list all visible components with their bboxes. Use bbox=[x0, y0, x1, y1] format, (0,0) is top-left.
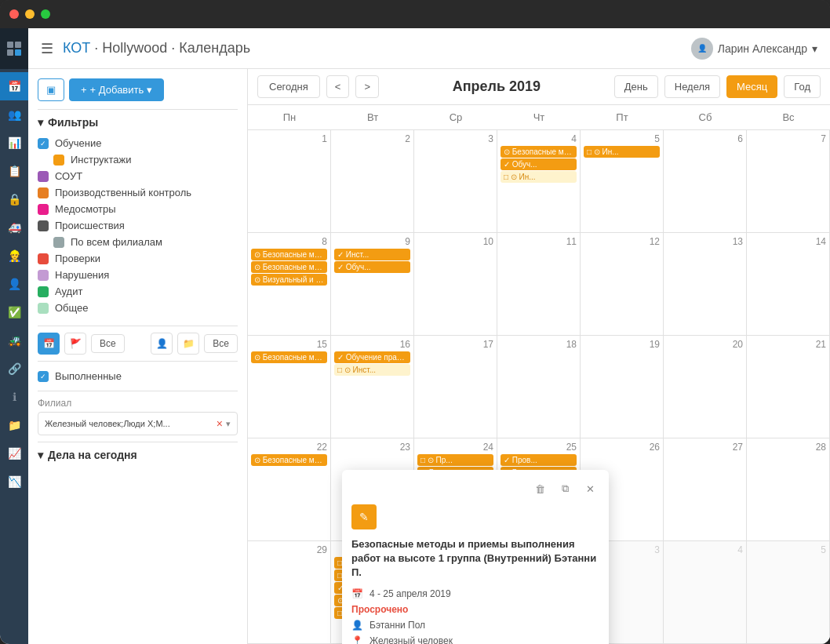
cell-apr-1[interactable]: 1 bbox=[248, 130, 331, 232]
cell-apr-13[interactable]: 13 bbox=[664, 233, 747, 335]
cb-sout[interactable] bbox=[38, 171, 49, 182]
filter-incidents[interactable]: Происшествия bbox=[38, 217, 238, 234]
clear-filial-icon[interactable]: × bbox=[217, 417, 223, 430]
cell-apr-18[interactable]: 18 bbox=[497, 336, 581, 438]
filter-violations[interactable]: Нарушения bbox=[38, 267, 238, 283]
nav-info[interactable]: ℹ bbox=[0, 383, 28, 411]
cb-training[interactable]: ✓ bbox=[38, 138, 49, 149]
nav-link[interactable]: 🔗 bbox=[0, 355, 28, 383]
event[interactable]: ⊙ Визуальный и и... bbox=[251, 274, 327, 286]
minimize-dot[interactable] bbox=[25, 9, 35, 19]
cell-apr-11[interactable]: 11 bbox=[497, 233, 581, 335]
close-dot[interactable] bbox=[9, 9, 19, 19]
nav-calendar[interactable]: 📅 bbox=[0, 72, 28, 100]
cell-apr-12[interactable]: 12 bbox=[581, 233, 664, 335]
cb-production[interactable] bbox=[38, 187, 49, 198]
next-button[interactable]: > bbox=[355, 75, 379, 98]
event[interactable]: ✓ Инст... bbox=[334, 249, 410, 260]
cb-general[interactable] bbox=[38, 303, 49, 314]
nav-check[interactable]: ✅ bbox=[0, 298, 28, 326]
cell-apr-5[interactable]: 5 □ ⊙ Ин... bbox=[581, 130, 664, 232]
cell-apr-15[interactable]: 15 ⊙ Безопасные методы... bbox=[248, 336, 331, 438]
cell-apr-6[interactable]: 6 bbox=[664, 130, 747, 232]
person-filter-icon[interactable]: 👤 bbox=[151, 333, 173, 355]
view-month[interactable]: Месяц bbox=[726, 75, 777, 98]
cell-may-4[interactable]: 4 bbox=[664, 541, 747, 643]
cell-apr-21[interactable]: 21 bbox=[747, 336, 830, 438]
event[interactable]: ✓ Обучение прав... bbox=[334, 351, 410, 363]
maximize-dot[interactable] bbox=[41, 9, 50, 19]
nav-chart[interactable]: 📊 bbox=[0, 129, 28, 157]
cb-audit[interactable] bbox=[38, 286, 49, 297]
event[interactable]: ✓ Обуч... bbox=[334, 261, 410, 273]
event[interactable]: ⊙ Безопасные мет... bbox=[251, 261, 327, 273]
cb-all-branches[interactable] bbox=[53, 237, 64, 248]
filter-briefings[interactable]: Инструктажи bbox=[38, 151, 238, 168]
nav-folder[interactable]: 📁 bbox=[0, 411, 28, 439]
cell-apr-3[interactable]: 3 bbox=[414, 130, 497, 232]
cell-apr-16[interactable]: 16 ✓ Обучение прав... □ ⊙ Инст... bbox=[331, 336, 414, 438]
nav-medical[interactable]: 🚑 bbox=[0, 213, 28, 242]
nav-stats[interactable]: 📉 bbox=[0, 468, 28, 496]
cell-apr-27[interactable]: 27 bbox=[664, 438, 747, 540]
cell-apr-7[interactable]: 7 bbox=[747, 130, 830, 232]
cb-checks[interactable] bbox=[38, 253, 49, 264]
add-button[interactable]: + + Добавить ▾ bbox=[69, 78, 164, 101]
view-day[interactable]: День bbox=[614, 75, 658, 98]
view-week[interactable]: Неделя bbox=[664, 75, 720, 98]
filter-completed[interactable]: ✓ Выполненные bbox=[38, 368, 238, 384]
delete-icon[interactable]: 🗑 bbox=[530, 479, 549, 498]
filter-all-branches[interactable]: По всем филиалам bbox=[38, 234, 238, 250]
nav-vehicle[interactable]: 🚜 bbox=[0, 326, 28, 355]
cb-medical[interactable] bbox=[38, 204, 49, 215]
flag-filter-icon[interactable]: 🚩 bbox=[64, 333, 86, 355]
nav-safety[interactable]: 🔒 bbox=[0, 185, 28, 213]
event[interactable]: ✓ Обуч... bbox=[501, 158, 577, 170]
filter-audit[interactable]: Аудит bbox=[38, 283, 238, 300]
cell-apr-20[interactable]: 20 bbox=[664, 336, 747, 438]
filter-medical[interactable]: Медосмотры bbox=[38, 201, 238, 217]
cell-apr-28[interactable]: 28 bbox=[747, 438, 830, 540]
cell-apr-14[interactable]: 14 bbox=[747, 233, 830, 335]
event[interactable]: □ ⊙ Пр... bbox=[417, 454, 493, 466]
calendar-view-toggle[interactable]: ▣ bbox=[38, 78, 64, 101]
cell-apr-19[interactable]: 19 bbox=[581, 336, 664, 438]
cb-incidents[interactable] bbox=[38, 220, 49, 231]
hamburger-icon[interactable]: ☰ bbox=[41, 40, 53, 57]
calendar-filter-icon[interactable]: 📅 bbox=[38, 333, 60, 355]
user-menu[interactable]: 👤 Ларин Александр ▾ bbox=[691, 38, 817, 60]
nav-user[interactable]: 👤 bbox=[0, 270, 28, 298]
event[interactable]: □ ⊙ Ин... bbox=[584, 146, 660, 158]
cb-violations[interactable] bbox=[38, 270, 49, 281]
all-filter-btn[interactable]: Все bbox=[91, 334, 125, 353]
event[interactable]: □ ⊙ Инст... bbox=[334, 364, 410, 376]
cell-apr-17[interactable]: 17 bbox=[414, 336, 497, 438]
event[interactable]: ✓ Пров... bbox=[501, 454, 577, 466]
close-icon[interactable]: ✕ bbox=[581, 479, 599, 498]
filter-training[interactable]: ✓ Обучение bbox=[38, 135, 238, 151]
cell-apr-2[interactable]: 2 bbox=[331, 130, 414, 232]
cell-may-5[interactable]: 5 bbox=[747, 541, 830, 643]
event[interactable]: ⊙ Безопасные методы... bbox=[251, 454, 327, 466]
edit-button[interactable]: ✎ bbox=[351, 504, 377, 529]
filter-sout[interactable]: СОУТ bbox=[38, 168, 238, 184]
nav-analytics[interactable]: 📈 bbox=[0, 439, 28, 468]
nav-worker[interactable]: 👷 bbox=[0, 242, 28, 270]
cell-apr-29[interactable]: 29 bbox=[248, 541, 331, 643]
nav-docs[interactable]: 📋 bbox=[0, 157, 28, 185]
filter-checks[interactable]: Проверки bbox=[38, 250, 238, 267]
cb-completed[interactable]: ✓ bbox=[38, 371, 49, 382]
event[interactable]: □ ⊙ Ин... bbox=[501, 171, 577, 183]
event[interactable]: ⊙ Безопасные методы и приемы выпол... bbox=[501, 146, 577, 158]
cell-apr-10[interactable]: 10 bbox=[414, 233, 497, 335]
prev-button[interactable]: < bbox=[326, 75, 350, 98]
filial-select[interactable]: Железный человек;Люди X;M... × ▾ bbox=[38, 412, 238, 435]
cell-apr-8[interactable]: 8 ⊙ Безопасные методы и приемы выполнени… bbox=[248, 233, 331, 335]
cb-briefings[interactable] bbox=[53, 155, 64, 166]
event-span[interactable]: ⊙ Безопасные методы и приемы выполнения … bbox=[251, 249, 327, 260]
folder-filter-icon[interactable]: 📁 bbox=[177, 333, 199, 355]
cell-apr-9[interactable]: 9 ✓ Инст... ✓ Обуч... bbox=[331, 233, 414, 335]
today-button[interactable]: Сегодня bbox=[257, 75, 320, 98]
all-filter-btn2[interactable]: Все bbox=[204, 334, 238, 353]
nav-users[interactable]: 👥 bbox=[0, 100, 28, 129]
